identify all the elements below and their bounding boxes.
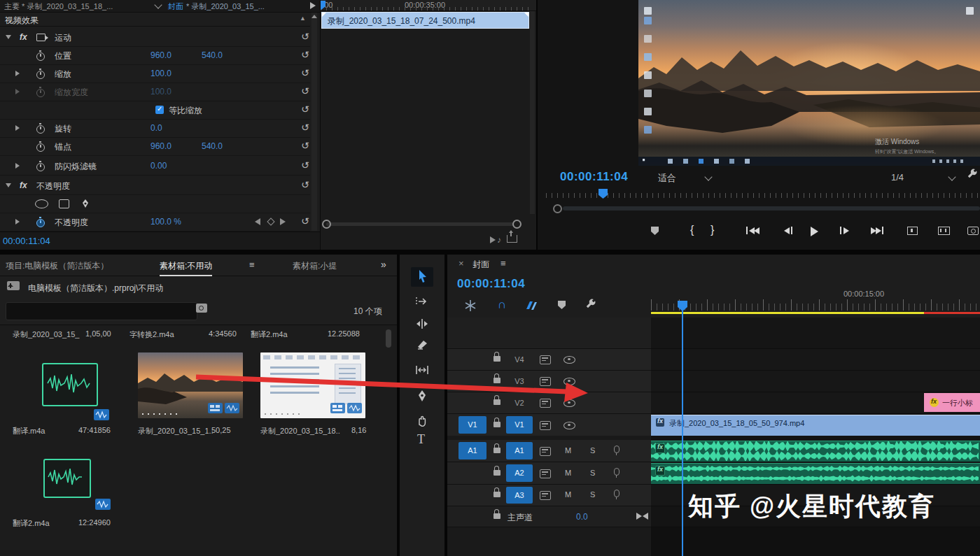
tab-bin-active[interactable]: 素材箱:不用动 bbox=[160, 260, 212, 276]
reset-icon[interactable]: ↺ bbox=[301, 50, 309, 59]
stopwatch-icon[interactable] bbox=[36, 163, 45, 171]
solo-button[interactable]: S bbox=[590, 446, 595, 455]
track-target-v2[interactable]: V2 bbox=[506, 397, 533, 408]
reset-icon[interactable]: ↺ bbox=[301, 161, 309, 169]
program-mini-ruler[interactable] bbox=[546, 187, 980, 200]
clip-handle-left[interactable] bbox=[322, 13, 326, 17]
audio-usage-badge[interactable] bbox=[95, 499, 111, 510]
play-button-icon[interactable] bbox=[811, 227, 818, 236]
ec-timeline-vscrollbar[interactable] bbox=[530, 11, 535, 214]
rect-mask-icon[interactable] bbox=[59, 199, 69, 208]
param-value[interactable]: 100.0 % bbox=[150, 217, 181, 227]
item-label[interactable]: 字转换2.m4a bbox=[130, 329, 174, 340]
track-lane-a1[interactable]: fx bbox=[651, 440, 980, 462]
tab-project[interactable]: 项目:电脑模板（简洁版本） bbox=[6, 260, 108, 272]
mute-button[interactable]: M bbox=[565, 469, 571, 477]
add-keyframe-icon[interactable] bbox=[267, 218, 274, 225]
param-value[interactable]: 100.0 bbox=[150, 69, 172, 78]
track-lane-a2[interactable]: fx bbox=[651, 462, 980, 485]
reset-icon[interactable]: ↺ bbox=[301, 180, 309, 189]
track-visibility-icon[interactable] bbox=[564, 422, 575, 429]
uniform-scale-checkbox[interactable] bbox=[155, 106, 164, 114]
sync-lock-icon[interactable] bbox=[540, 491, 551, 500]
stopwatch-icon[interactable] bbox=[36, 89, 45, 97]
timeline-marker-icon[interactable] bbox=[558, 301, 566, 309]
next-keyframe-icon[interactable] bbox=[280, 218, 286, 225]
timeline-timecode[interactable]: 00:00:11:04 bbox=[457, 277, 525, 291]
sync-lock-icon[interactable] bbox=[540, 377, 551, 386]
reset-icon[interactable]: ↺ bbox=[301, 123, 309, 131]
clip-graphic-pink[interactable]: fx 一行小标 bbox=[924, 393, 980, 412]
tool-razor[interactable] bbox=[415, 338, 429, 351]
pen-mask-icon[interactable] bbox=[80, 198, 91, 209]
extract-icon[interactable] bbox=[938, 227, 950, 235]
linked-selection-icon[interactable] bbox=[524, 299, 538, 312]
audio-clip-item[interactable] bbox=[43, 459, 91, 498]
param-value[interactable]: 0.00 bbox=[150, 161, 167, 171]
add-marker-icon[interactable] bbox=[651, 227, 659, 235]
clip-video-v1[interactable]: fx 录制_2020_03_15_18_05_50_974.mp4 bbox=[651, 415, 980, 436]
prev-keyframe-icon[interactable] bbox=[255, 218, 260, 225]
stopwatch-icon[interactable] bbox=[36, 71, 45, 79]
tool-pen[interactable] bbox=[415, 389, 429, 403]
item-label[interactable]: 翻译2.m4a bbox=[251, 329, 288, 340]
sync-lock-icon[interactable] bbox=[540, 355, 551, 364]
param-value-y[interactable]: 540.0 bbox=[202, 50, 223, 60]
twirl-closed-icon[interactable] bbox=[15, 89, 20, 94]
lock-icon[interactable] bbox=[493, 399, 500, 405]
reset-icon[interactable]: ↺ bbox=[301, 217, 309, 225]
scroll-handle-right-icon[interactable] bbox=[512, 220, 522, 229]
video-thumbnail-document[interactable] bbox=[260, 352, 365, 418]
navigate-up-icon[interactable] bbox=[7, 281, 20, 290]
track-lane-v3[interactable] bbox=[651, 371, 980, 392]
effect-row-motion[interactable]: fx 运动 ↺ bbox=[0, 28, 310, 47]
lock-icon[interactable] bbox=[493, 448, 500, 453]
program-scrollbar[interactable] bbox=[563, 206, 980, 211]
voiceover-record-icon[interactable] bbox=[614, 468, 620, 476]
close-icon[interactable]: × bbox=[458, 258, 464, 269]
mute-button[interactable]: M bbox=[565, 446, 571, 455]
twirl-closed-icon[interactable] bbox=[15, 125, 20, 131]
solo-button[interactable]: S bbox=[590, 469, 595, 477]
lock-icon[interactable] bbox=[493, 378, 500, 383]
ec-current-timecode[interactable]: 00:00:11:04 bbox=[3, 236, 50, 246]
track-lane-v1[interactable]: fx 录制_2020_03_15_18_05_50_974.mp4 bbox=[651, 414, 980, 436]
tool-selection[interactable] bbox=[411, 267, 433, 287]
timeline-playhead-line[interactable] bbox=[682, 309, 683, 556]
param-row-rotation[interactable]: 旋转 0.0 ↺ bbox=[0, 119, 310, 138]
lock-icon[interactable] bbox=[493, 356, 500, 362]
param-row-scale[interactable]: 缩放 100.0 ↺ bbox=[0, 64, 310, 83]
master-gain-value[interactable]: 0.0 bbox=[576, 512, 588, 522]
timeline-tab[interactable]: 封面 bbox=[472, 259, 489, 271]
track-visibility-icon[interactable] bbox=[564, 378, 575, 385]
sync-lock-icon[interactable] bbox=[540, 421, 551, 430]
search-input[interactable] bbox=[6, 302, 197, 320]
tool-slip[interactable] bbox=[415, 364, 429, 376]
param-value-y[interactable]: 540.0 bbox=[202, 141, 223, 151]
stopwatch-icon[interactable] bbox=[36, 52, 45, 61]
audio-clip-item[interactable] bbox=[42, 363, 98, 406]
param-row-antiflicker[interactable]: 防闪烁滤镜 0.00 ↺ bbox=[0, 157, 310, 176]
video-effects-section-header[interactable]: 视频效果 ▲ bbox=[0, 13, 310, 27]
export-frame-camera-icon[interactable] bbox=[967, 227, 979, 235]
snap-magnet-icon[interactable]: ∩ bbox=[498, 298, 506, 312]
tool-ripple-edit[interactable] bbox=[415, 318, 429, 330]
mark-in-icon[interactable]: { bbox=[690, 224, 694, 236]
track-target-a3[interactable]: A3 bbox=[506, 487, 533, 504]
ec-mini-ruler[interactable]: 0:00 00:00:35:00 bbox=[321, 0, 536, 11]
voiceover-record-icon[interactable] bbox=[614, 445, 620, 453]
sync-lock-icon[interactable] bbox=[540, 447, 551, 456]
param-row-opacity-value[interactable]: 不透明度 100.0 % ↺ bbox=[0, 213, 310, 231]
mark-out-icon[interactable]: } bbox=[710, 224, 714, 236]
reset-icon[interactable]: ↺ bbox=[301, 69, 309, 77]
tab-bin-other[interactable]: 素材箱:小提 bbox=[293, 260, 375, 272]
stopwatch-icon[interactable] bbox=[36, 125, 45, 134]
program-timecode[interactable]: 00:00:11:04 bbox=[560, 170, 628, 184]
track-target-v1[interactable]: V1 bbox=[506, 416, 533, 434]
track-target-a2[interactable]: A2 bbox=[506, 464, 533, 482]
stopwatch-icon-active[interactable] bbox=[36, 219, 45, 227]
twirl-closed-icon[interactable] bbox=[15, 163, 20, 169]
bin-menu-icon[interactable]: ≡ bbox=[249, 259, 255, 270]
section-collapse-icon[interactable]: ▲ bbox=[300, 15, 306, 22]
search-bin-icon[interactable] bbox=[196, 304, 207, 313]
